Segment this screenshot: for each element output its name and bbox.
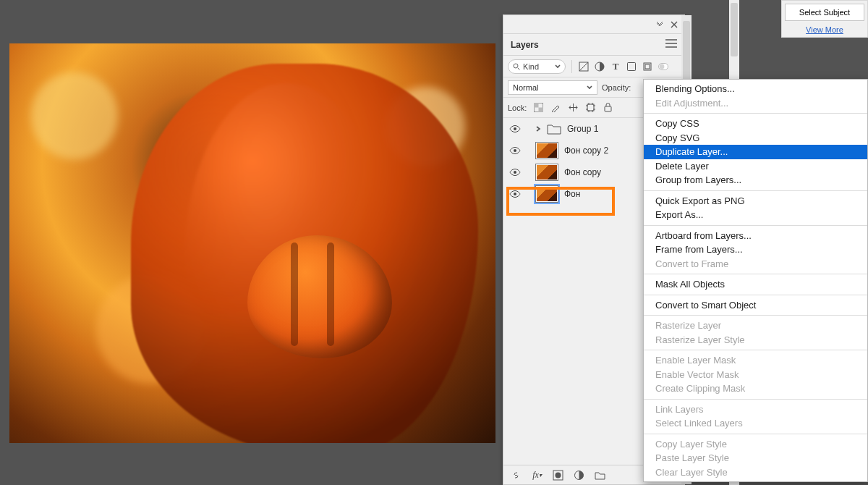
svg-rect-5 [645,64,650,69]
context-menu-separator [644,399,867,400]
svg-point-12 [514,149,516,152]
context-menu-separator [644,350,867,350]
svg-point-11 [514,127,516,130]
visibility-eye-icon[interactable] [509,190,521,198]
filter-adjustment-icon[interactable] [594,61,605,72]
context-menu-item: Paste Layer Style [644,451,867,465]
context-menu-item: Create Clipping Mask [644,381,867,396]
view-more-link[interactable]: View More [806,25,843,34]
opacity-label: Opacity: [602,83,631,92]
context-menu-item[interactable]: Blending Options... [644,82,867,96]
lock-transparency-icon[interactable] [532,102,544,114]
layer-thumbnail[interactable] [535,142,558,159]
context-menu-item: Select Linked Layers [644,416,867,431]
svg-rect-3 [628,62,636,70]
context-menu-item[interactable]: Export As... [644,208,867,222]
collapse-icon[interactable] [655,20,664,29]
selection-tool-panel: Select Subject View More [781,0,868,38]
chevron-down-icon [587,85,592,90]
folder-icon [547,123,561,135]
svg-point-7 [660,64,665,69]
group-icon[interactable] [595,470,605,481]
context-menu-item: Rasterize Layer [644,319,867,333]
filter-pixel-icon[interactable] [578,61,590,72]
visibility-eye-icon[interactable] [509,125,521,133]
lock-artboard-icon[interactable] [584,102,596,114]
visibility-eye-icon[interactable] [509,168,521,177]
layer-name[interactable]: Group 1 [567,124,598,134]
context-menu-item[interactable]: Delete Layer [644,159,867,174]
layer-thumbnail[interactable] [535,185,558,203]
context-menu-item: Enable Layer Mask [644,353,867,368]
layer-thumbnail[interactable] [535,164,558,181]
bokeh-blob [31,72,118,159]
svg-point-13 [514,171,516,174]
layer-filter-row: Kind T [503,56,684,77]
tab-layers[interactable]: Layers [511,40,539,50]
lock-position-icon[interactable] [567,102,579,114]
svg-rect-9 [587,104,594,111]
adjustment-layer-icon[interactable] [574,470,584,481]
svg-point-0 [514,64,518,68]
context-menu-separator [644,274,867,274]
context-menu-item[interactable]: Frame from Layers... [644,242,867,257]
context-menu-item[interactable]: Copy SVG [644,131,867,146]
context-menu-item: Convert to Frame [644,257,867,271]
layer-name[interactable]: Фон copy 2 [564,146,608,156]
context-menu-item: Clear Layer Style [644,465,867,480]
layer-name[interactable]: Фон [564,189,580,199]
filter-kind-dropdown[interactable]: Kind [508,59,566,74]
context-menu-separator [644,113,867,114]
visibility-eye-icon[interactable] [509,146,521,155]
svg-point-16 [556,472,561,478]
context-menu-item[interactable]: Convert to Smart Object [644,298,867,313]
context-menu-separator [644,434,867,434]
context-menu-separator [644,315,867,316]
filter-type-icon[interactable]: T [610,61,621,72]
layer-mask-icon[interactable] [553,470,563,481]
context-menu-item: Copy Layer Style [644,437,867,452]
context-menu-item: Rasterize Layer Style [644,333,867,347]
context-menu-item[interactable]: Copy CSS [644,117,867,131]
context-menu-item[interactable]: Duplicate Layer... [644,145,867,159]
svg-point-14 [514,193,516,195]
filter-shape-icon[interactable] [626,61,637,72]
panel-tabs: Layers [503,34,684,56]
blend-mode-value: Normal [513,83,538,92]
lock-label: Lock: [508,104,527,112]
filter-toggle-switch[interactable] [658,61,669,72]
filter-kind-label: Kind [523,62,539,71]
context-menu-separator [644,295,867,295]
svg-rect-10 [605,106,611,111]
lock-all-icon[interactable] [602,102,613,114]
context-menu-item[interactable]: Quick Export as PNG [644,194,867,208]
panel-titlebar[interactable] [503,15,684,34]
layer-context-menu[interactable]: Blending Options...Edit Adjustment...Cop… [643,79,868,482]
context-menu-item: Link Layers [644,402,867,417]
lock-pixels-icon[interactable] [550,102,561,114]
filter-smartobject-icon[interactable] [642,61,653,72]
context-menu-item: Edit Adjustment... [644,96,867,111]
context-menu-item[interactable]: Artboard from Layers... [644,229,867,243]
context-menu-separator [644,190,867,191]
context-menu-separator [644,225,867,226]
context-menu-item[interactable]: Group from Layers... [644,173,867,187]
chevron-down-icon [555,64,561,69]
search-icon [513,63,520,70]
layer-name[interactable]: Фон copy [564,167,601,177]
document-canvas[interactable] [9,43,495,443]
link-layers-icon[interactable] [511,470,522,481]
select-subject-button[interactable]: Select Subject [785,4,864,21]
context-menu-item: Enable Vector Mask [644,368,867,382]
panel-menu-icon[interactable] [665,39,677,50]
chevron-right-icon[interactable] [535,126,541,132]
blend-mode-dropdown[interactable]: Normal [508,80,597,95]
context-menu-item[interactable]: Mask All Objects [644,277,867,292]
layer-fx-icon[interactable]: fx▾ [532,470,542,481]
close-icon[interactable] [670,20,678,29]
